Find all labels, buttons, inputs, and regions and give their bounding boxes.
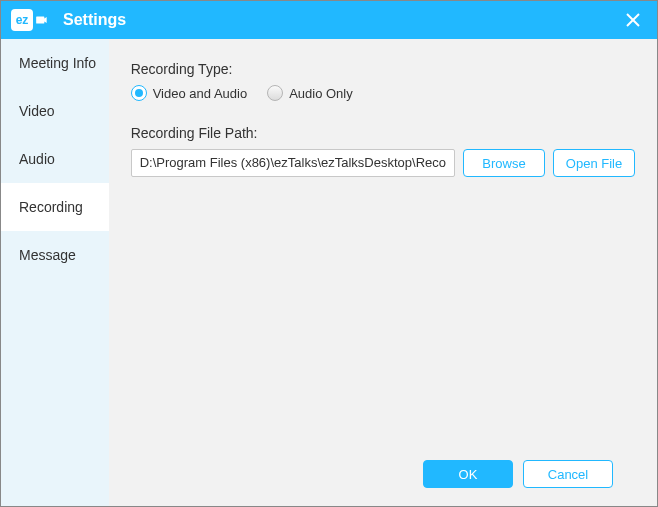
recording-file-path-label: Recording File Path:: [131, 125, 635, 141]
main-panel: Recording Type: Video and Audio Audio On…: [109, 39, 657, 506]
app-logo: ez: [11, 9, 49, 31]
file-path-row: D:\Program Files (x86)\ezTalks\ezTalksDe…: [131, 149, 635, 177]
window-title: Settings: [63, 11, 126, 29]
open-file-button[interactable]: Open File: [553, 149, 635, 177]
content-area: Meeting Info Video Audio Recording Messa…: [1, 39, 657, 506]
cancel-button[interactable]: Cancel: [523, 460, 613, 488]
camera-icon: [35, 13, 49, 27]
close-button[interactable]: [619, 6, 647, 34]
recording-type-label: Recording Type:: [131, 61, 635, 77]
browse-button[interactable]: Browse: [463, 149, 545, 177]
ok-button[interactable]: OK: [423, 460, 513, 488]
radio-label: Video and Audio: [153, 86, 247, 101]
recording-type-options: Video and Audio Audio Only: [131, 85, 635, 101]
radio-icon: [131, 85, 147, 101]
logo-icon: ez: [11, 9, 33, 31]
sidebar-item-recording[interactable]: Recording: [1, 183, 109, 231]
file-path-input[interactable]: D:\Program Files (x86)\ezTalks\ezTalksDe…: [131, 149, 455, 177]
sidebar-item-meeting-info[interactable]: Meeting Info: [1, 39, 109, 87]
sidebar: Meeting Info Video Audio Recording Messa…: [1, 39, 109, 506]
radio-video-and-audio[interactable]: Video and Audio: [131, 85, 247, 101]
sidebar-item-video[interactable]: Video: [1, 87, 109, 135]
radio-label: Audio Only: [289, 86, 353, 101]
titlebar: ez Settings: [1, 1, 657, 39]
sidebar-item-audio[interactable]: Audio: [1, 135, 109, 183]
radio-icon: [267, 85, 283, 101]
dialog-footer: OK Cancel: [131, 444, 635, 506]
close-icon: [625, 12, 641, 28]
sidebar-item-message[interactable]: Message: [1, 231, 109, 279]
radio-audio-only[interactable]: Audio Only: [267, 85, 353, 101]
